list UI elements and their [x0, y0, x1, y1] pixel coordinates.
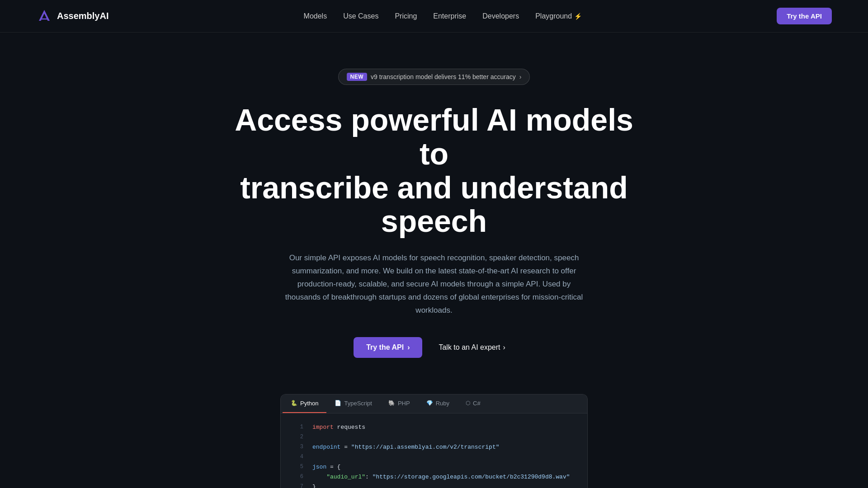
hero-subtitle: Our simple API exposes AI models for spe… [280, 252, 588, 317]
announcement-banner[interactable]: NEW v9 transcription model delivers 11% … [338, 69, 530, 85]
tab-python[interactable]: 🐍 Python [283, 394, 326, 413]
assemblyai-logo-icon [36, 8, 52, 24]
code-block: 🐍 Python 📄 TypeScript 🐘 PHP 💎 Ruby ⬡ C# [280, 394, 588, 488]
lightning-icon: ⚡ [574, 13, 582, 20]
arrow-icon: › [407, 343, 410, 352]
code-line: 2 [281, 432, 587, 442]
nav-use-cases[interactable]: Use Cases [343, 12, 378, 20]
nav-pricing[interactable]: Pricing [395, 12, 417, 20]
brand-logo[interactable]: AssemblyAI [36, 8, 109, 24]
nav-enterprise[interactable]: Enterprise [433, 12, 466, 20]
tab-csharp[interactable]: ⬡ C# [458, 394, 489, 413]
code-line: 6 "audio_url": "https://storage.googleap… [281, 472, 587, 482]
code-line: 3 endpoint = "https://api.assemblyai.com… [281, 442, 587, 452]
code-line: 7 } [281, 482, 587, 488]
hero-try-api-button[interactable]: Try the API › [354, 337, 422, 358]
nav-developers[interactable]: Developers [482, 12, 519, 20]
hero-talk-expert-button[interactable]: Talk to an AI expert › [429, 337, 514, 358]
php-icon: 🐘 [388, 400, 395, 406]
tab-php[interactable]: 🐘 PHP [380, 394, 418, 413]
tab-ruby[interactable]: 💎 Ruby [418, 394, 458, 413]
hero-cta-buttons: Try the API › Talk to an AI expert › [354, 337, 514, 358]
announcement-text: v9 transcription model delivers 11% bett… [371, 73, 516, 80]
csharp-icon: ⬡ [466, 400, 470, 406]
hero-title: Access powerful AI models to transcribe … [231, 103, 637, 238]
nav-links: Models Use Cases Pricing Enterprise Deve… [304, 12, 582, 20]
nav-try-api-button[interactable]: Try the API [777, 8, 832, 24]
brand-name: AssemblyAI [57, 11, 109, 21]
hero-section: NEW v9 transcription model delivers 11% … [0, 33, 868, 488]
nav-models[interactable]: Models [304, 12, 327, 20]
navbar: AssemblyAI Models Use Cases Pricing Ente… [0, 0, 868, 33]
new-badge: NEW [347, 73, 368, 81]
code-line: 4 [281, 452, 587, 462]
code-line: 1 import requests [281, 422, 587, 432]
nav-playground[interactable]: Playground ⚡ [535, 12, 582, 20]
code-content: 1 import requests 2 3 endpoint = "https:… [281, 413, 587, 488]
code-tabs: 🐍 Python 📄 TypeScript 🐘 PHP 💎 Ruby ⬡ C# [281, 394, 587, 413]
announcement-arrow-icon: › [519, 73, 522, 80]
arrow-icon: › [503, 343, 505, 352]
python-icon: 🐍 [291, 400, 297, 406]
typescript-icon: 📄 [335, 400, 341, 406]
code-line: 5 json = { [281, 462, 587, 472]
ruby-icon: 💎 [426, 400, 433, 406]
tab-typescript[interactable]: 📄 TypeScript [326, 394, 380, 413]
